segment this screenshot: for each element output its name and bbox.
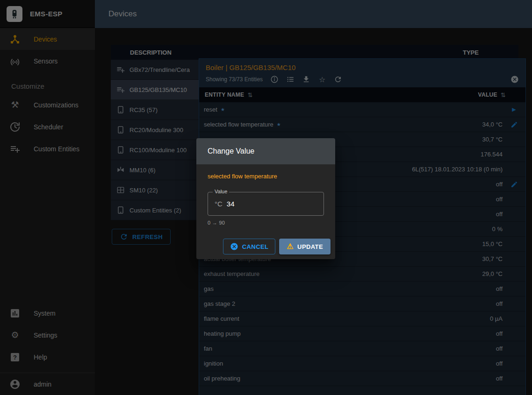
- value-input[interactable]: [227, 200, 297, 208]
- update-button-label: UPDATE: [297, 243, 323, 250]
- value-field: Value °C: [208, 192, 324, 216]
- value-field-label: Value: [213, 189, 229, 194]
- update-button[interactable]: ⚠ UPDATE: [279, 239, 331, 254]
- dialog-entity-name: selected flow temperature: [208, 173, 331, 180]
- cancel-button-label: CANCEL: [242, 243, 269, 250]
- value-range-hint: 0 → 90: [208, 220, 331, 226]
- dialog-body: selected flow temperature Value °C 0 → 9…: [196, 164, 335, 259]
- dialog-actions: CANCEL ⚠ UPDATE: [208, 239, 331, 254]
- dialog-title: Change Value: [196, 138, 335, 164]
- cancel-button[interactable]: CANCEL: [223, 239, 276, 254]
- unit-adornment: °C: [215, 200, 223, 208]
- warning-icon: ⚠: [287, 243, 294, 250]
- cancel-icon: [230, 242, 238, 251]
- change-value-dialog: Change Value selected flow temperature V…: [196, 138, 335, 259]
